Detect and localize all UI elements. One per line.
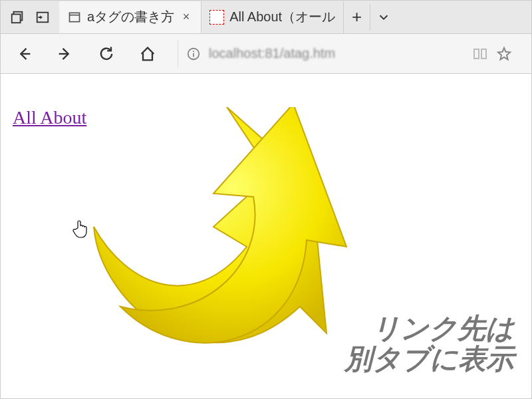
windows-cascade-icon[interactable] [7,7,27,27]
forward-button[interactable] [54,43,76,65]
refresh-button[interactable] [95,43,118,65]
tab-title-label: aタグの書き方 [87,8,174,26]
tab-title-label: All About（オール [229,8,335,26]
window-controls [1,7,59,27]
annotation-line1: リンク先は [344,313,514,344]
annotation-text: リンク先は 別タブに表示 [344,313,514,374]
svg-point-8 [193,51,194,52]
page-link[interactable]: All About [13,107,86,128]
info-icon[interactable] [185,45,202,63]
annotation-line2: 別タブに表示 [344,344,514,374]
tab-strip: aタグの書き方 × All About（オール + [1,1,531,34]
new-tab-button[interactable]: + [344,4,370,31]
svg-rect-1 [12,14,21,23]
favorite-star-icon[interactable] [495,45,513,63]
browser-window: aタグの書き方 × All About（オール + loca [0,0,532,399]
svg-rect-3 [70,13,80,21]
back-button[interactable] [13,43,35,65]
hand-cursor-icon [72,219,90,239]
tab-overflow-button[interactable] [370,4,397,31]
annotation-arrow-icon [80,107,386,393]
address-bar[interactable]: localhost:81/atag.htm [178,40,519,68]
reading-view-icon[interactable] [471,45,489,63]
tab-active[interactable]: aタグの書き方 × [59,1,201,33]
page-icon [67,10,82,25]
close-icon[interactable]: × [180,11,193,24]
tab-inactive[interactable]: All About（オール [201,1,344,33]
page-content: All About [1,74,531,398]
home-button[interactable] [136,43,159,65]
toolbar: localhost:81/atag.htm [1,34,531,74]
tab-aside-icon[interactable] [33,7,53,27]
url-text: localhost:81/atag.htm [209,46,465,61]
favicon-icon [209,10,224,25]
